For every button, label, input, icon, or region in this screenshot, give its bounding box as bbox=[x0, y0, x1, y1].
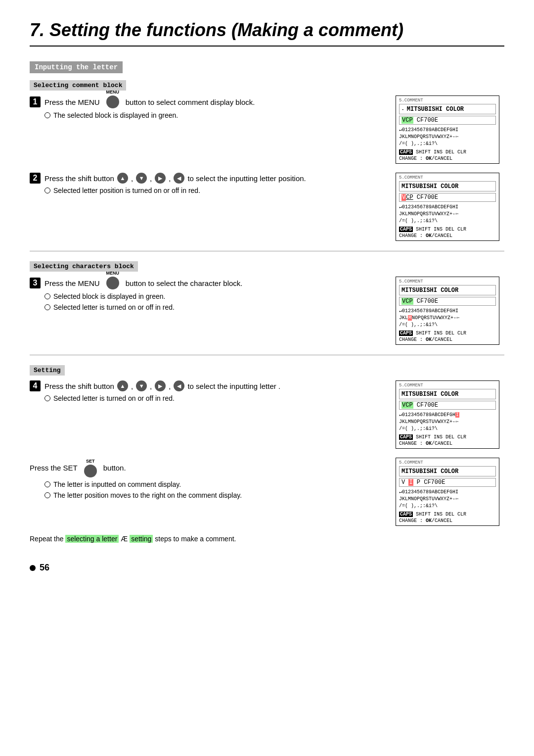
divider-1 bbox=[30, 251, 504, 251]
repeat-line: Repeat the selecting a letter Æ setting … bbox=[30, 535, 504, 543]
comment-subtitle-3: VCP CF700E bbox=[399, 297, 496, 306]
step3-text-before: Press the MENU bbox=[44, 279, 100, 287]
bullet-icon-4 bbox=[44, 395, 50, 401]
step3-bullet2: Selected letter is turned on or off in r… bbox=[53, 303, 175, 311]
comment-controls-4: CAPS SHIFT INS DEL CLR bbox=[399, 434, 496, 440]
comment-chars-3: ↵0123456789ABCDEFGHI JKLMNOPQRSTUVWXYZ+-… bbox=[399, 308, 496, 329]
step-number-3: 3 bbox=[30, 278, 41, 288]
comma2: , bbox=[150, 174, 152, 183]
comment-chars-2: ↵0123456789ABCDEFGHI JKLMNOPQRSTUVWXYZ+-… bbox=[399, 204, 496, 225]
comment-controls-1: CAPS SHIFT INS DEL CLR bbox=[399, 149, 496, 155]
step2-text-before: Press the shift button bbox=[44, 174, 114, 183]
comment-chars-5: ↵0123456789ABCDEFGHI JKLMNOPQRSTUVWXYZ+-… bbox=[399, 489, 496, 510]
comment-display-2: 5.COMMENT MITSUBISHI COLOR VCP CF700E ↵0… bbox=[396, 173, 499, 241]
bullet-icon-5a bbox=[44, 481, 50, 487]
comma5: , bbox=[150, 382, 152, 390]
ae-symbol: Æ bbox=[121, 535, 128, 543]
bullet-icon-3a bbox=[44, 293, 50, 299]
bullet-icon-3b bbox=[44, 304, 50, 310]
arrow-left-btn[interactable]: ◀ bbox=[174, 173, 184, 184]
comment-title-1: - MITSUBISHI COLOR bbox=[399, 104, 496, 114]
comment-chars-4: ↵0123456789ABCDEFGHI JKLMNOPQRSTUVWXYZ+-… bbox=[399, 412, 496, 432]
page-title: 7. Setting the functions (Making a comme… bbox=[30, 20, 504, 47]
set-button[interactable]: SET bbox=[84, 465, 97, 477]
step-number-2: 2 bbox=[30, 173, 41, 184]
arrow-up-btn[interactable]: ▲ bbox=[117, 173, 128, 184]
step5-bullet1: The letter is inputted on comment displa… bbox=[53, 480, 181, 488]
comment-display-4: 5.COMMENT MITSUBISHI COLOR VCP CF700E ↵0… bbox=[396, 380, 499, 449]
repeat-highlight2: setting bbox=[130, 535, 153, 543]
arrow-down-btn[interactable]: ▼ bbox=[136, 173, 147, 184]
comment-label-5: 5.COMMENT bbox=[399, 460, 496, 465]
comment-display-3: 5.COMMENT MITSUBISHI COLOR VCP CF700E ↵0… bbox=[396, 277, 499, 345]
comma4: , bbox=[131, 382, 133, 390]
comment-label-4: 5.COMMENT bbox=[399, 383, 496, 388]
arrow-up-btn-4[interactable]: ▲ bbox=[117, 380, 128, 391]
comment-chars-1: ↵0123456789ABCDEFGHI JKLMNOPQRSTUVWXYZ+-… bbox=[399, 127, 496, 147]
page-number: 56 bbox=[40, 563, 49, 573]
caps-ctrl: CAPS bbox=[399, 149, 413, 155]
step4-text-before: Press the shift button bbox=[44, 382, 114, 390]
shift-ctrl: SHIFT bbox=[416, 149, 431, 155]
step-number-1: 1 bbox=[30, 96, 41, 107]
set-btn-label: SET bbox=[86, 459, 95, 464]
step5-text-before: Press the SET bbox=[30, 464, 78, 472]
comma3: , bbox=[169, 174, 171, 183]
step5-text-after: button. bbox=[103, 464, 126, 472]
comment-subtitle-1: VCP CF700E bbox=[399, 116, 496, 125]
bullet-icon-1 bbox=[44, 112, 50, 118]
comment-display-1: 5.COMMENT - MITSUBISHI COLOR VCP CF700E … bbox=[396, 95, 499, 164]
step-number-4: 4 bbox=[30, 380, 41, 391]
comment-label-3: 5.COMMENT bbox=[399, 279, 496, 284]
step5-bullet2: The letter position moves to the right o… bbox=[53, 491, 242, 499]
comma1: , bbox=[131, 174, 133, 183]
page-number-area: 56 bbox=[30, 563, 504, 573]
comment-controls-2: CAPS SHIFT INS DEL CLR bbox=[399, 227, 496, 232]
clr-ctrl: CLR bbox=[457, 149, 466, 155]
comment-display-5: 5.COMMENT MITSUBISHI COLOR V I P CF700E … bbox=[396, 458, 499, 526]
menu-btn-label-3: MENU bbox=[106, 271, 119, 276]
arrow-left-btn-4[interactable]: ◀ bbox=[174, 380, 184, 391]
step4-text-after: to select the inputting letter . bbox=[187, 382, 280, 390]
step1-bullet: The selected block is displayed in green… bbox=[53, 111, 178, 119]
menu-button-1[interactable]: MENU bbox=[106, 95, 119, 108]
arrow-right-btn-4[interactable]: ▶ bbox=[155, 380, 166, 391]
comment-title-5: MITSUBISHI COLOR bbox=[399, 466, 496, 476]
comment-cancel-1: CHANGE : OK/CANCEL bbox=[399, 156, 496, 161]
comment-title-3: MITSUBISHI COLOR bbox=[399, 285, 496, 295]
comment-title-2: MITSUBISHI COLOR bbox=[399, 181, 496, 191]
repeat-text-before: Repeat the bbox=[30, 535, 64, 543]
arrow-down-btn-4[interactable]: ▼ bbox=[136, 380, 147, 391]
vcp-highlight: VCP bbox=[401, 117, 413, 124]
section-header-inputting: Inputting the letter bbox=[30, 61, 123, 73]
divider-2 bbox=[30, 355, 504, 355]
step2-text-after: to select the inputting letter position. bbox=[187, 174, 306, 183]
ins-ctrl: INS bbox=[434, 149, 443, 155]
bullet-icon-5b bbox=[44, 492, 50, 498]
step1-text-after: button to select comment display block. bbox=[126, 98, 255, 106]
comment-controls-3: CAPS SHIFT INS DEL CLR bbox=[399, 331, 496, 336]
comment-label-2: 5.COMMENT bbox=[399, 175, 496, 180]
page-dot-icon bbox=[30, 565, 36, 571]
subsection-header-chars-block: Selecting characters block bbox=[30, 261, 138, 272]
bullet-icon-2 bbox=[44, 188, 50, 193]
step2-bullet: Selected letter position is turned on or… bbox=[53, 187, 200, 194]
step3-text-after: button to select the character block. bbox=[126, 279, 243, 287]
comment-subtitle-5: V I P CF700E bbox=[399, 478, 496, 487]
menu-btn-label-1: MENU bbox=[106, 90, 119, 94]
arrow-right-btn[interactable]: ▶ bbox=[155, 173, 166, 184]
step1-text-before: Press the MENU bbox=[44, 98, 100, 106]
comment-subtitle-2: VCP CF700E bbox=[399, 193, 496, 202]
comment-title-4: MITSUBISHI COLOR bbox=[399, 389, 496, 399]
cursor-vcp: V bbox=[401, 194, 406, 201]
comment-subtitle-4: VCP CF700E bbox=[399, 401, 496, 410]
comment-label-1: 5.COMMENT bbox=[399, 98, 496, 103]
step3-bullet1: Selected block is displayed in green. bbox=[53, 292, 165, 300]
del-ctrl: DEL bbox=[445, 149, 454, 155]
comma6: , bbox=[169, 382, 171, 390]
menu-button-3[interactable]: MENU bbox=[106, 277, 119, 289]
repeat-text-after: steps to make a comment. bbox=[155, 535, 236, 543]
subsection-header-setting: Setting bbox=[30, 365, 65, 376]
subsection-header-comment-block: Selecting comment block bbox=[30, 80, 126, 91]
repeat-highlight1: selecting a letter bbox=[65, 535, 119, 543]
